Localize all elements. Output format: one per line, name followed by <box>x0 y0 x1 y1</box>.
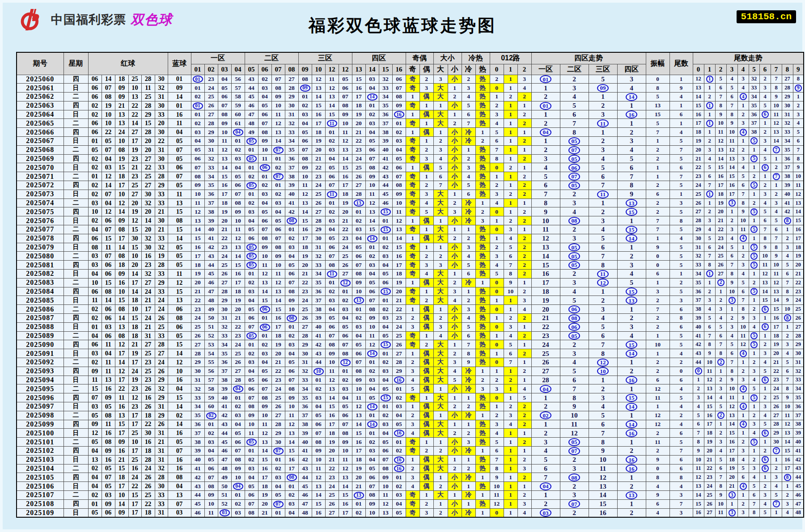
road-cell: 12 <box>490 499 504 508</box>
zone-miss-cell: 15 <box>392 243 406 252</box>
red-ball-cell: 22 <box>128 110 141 119</box>
zone-miss-cell: 07 <box>325 252 339 261</box>
tail-trend-cell: 16 <box>782 455 793 464</box>
red-ball-cell: 05 <box>102 482 115 491</box>
red-ball-cell: 16 <box>115 446 128 455</box>
zone-miss-cell: 12 <box>365 340 379 349</box>
zone-miss-cell: 11 <box>231 225 245 234</box>
red-ball-cell: 02 <box>88 181 102 190</box>
week-cell: 四 <box>64 314 88 323</box>
site-badge[interactable]: 518158.cn <box>737 10 796 23</box>
zone-miss-cell: 08 <box>258 128 271 137</box>
cold-hot-cell: 热 <box>475 181 490 190</box>
zone-miss-cell: 47 <box>204 287 218 296</box>
zone-miss-cell: 23 <box>298 287 312 296</box>
red-ball-cell: 08 <box>115 252 128 261</box>
zone-miss-cell: 03 <box>365 261 379 270</box>
road-cell: 1 <box>517 278 531 287</box>
draw-row-2025088: 2025088日01031318212506255132220706170127… <box>17 322 804 331</box>
hit-circle: 2 <box>717 412 724 419</box>
zone-miss-cell: 08 <box>245 402 258 411</box>
odd-even-cell: 奇 <box>406 252 419 261</box>
tail-trend-cell: 4 <box>737 93 749 101</box>
red-ball-cell: 32 <box>155 84 168 93</box>
col-header-ball-10: 10 <box>312 64 325 75</box>
tail-trend-cell: 5 <box>749 154 759 163</box>
zone-trend-cell: 12 <box>589 278 617 287</box>
hit-circle: 5 <box>750 253 758 260</box>
zone-miss-cell: 42 <box>191 473 204 482</box>
red-ball-cell: 20 <box>141 145 155 154</box>
hit-circle: 13 <box>626 296 637 304</box>
red-ball-cell: 15 <box>115 163 128 172</box>
tail-trend-cell: 44 <box>693 358 704 367</box>
cold-hot-cell: 热 <box>475 322 490 331</box>
zone-miss-cell: 35 <box>379 101 392 110</box>
zone-miss-cell: 27 <box>312 207 325 216</box>
page-title: 福彩双色球蓝球走势图 <box>3 14 802 37</box>
zone-miss-cell: 23 <box>231 331 245 340</box>
week-cell: 日 <box>64 243 88 252</box>
amplitude-cell: 2 <box>646 154 669 163</box>
big-small-cell: 5 <box>433 163 448 172</box>
zone-miss-cell: 08 <box>365 490 379 499</box>
tail-trend-cell: 27 <box>693 207 704 216</box>
zone-miss-cell: 05 <box>245 482 258 491</box>
tail-trend-cell: 1 <box>704 75 715 84</box>
tail-trend-cell: 11 <box>704 367 715 376</box>
tail-trend-cell: 19 <box>693 137 704 146</box>
blue-ball-cell: 05 <box>168 438 191 447</box>
zone-miss-cell: 03 <box>392 402 406 411</box>
red-ball-cell: 18 <box>141 446 155 455</box>
period-cell: 2025108 <box>17 499 64 508</box>
zone-miss-cell: 04 <box>392 499 406 508</box>
hit-circle: 1 <box>706 270 713 277</box>
draw-row-2025100: 2025100日12161725303116370244051112291339… <box>17 429 804 438</box>
tail-trend-cell: 5 <box>737 278 749 287</box>
road-cell: 2 <box>517 402 531 411</box>
tail-trend-cell: 6 <box>759 305 771 314</box>
zone-miss-cell: 03 <box>204 438 218 447</box>
hit-circle: 08 <box>287 474 297 481</box>
blue-ball-cell: 03 <box>168 508 191 517</box>
period-cell: 2025092 <box>17 358 64 367</box>
col-group-tail-trend: 尾数走势 <box>693 52 804 64</box>
cold-hot-cell: 冷 <box>462 198 475 207</box>
red-ball-cell: 33 <box>155 163 168 172</box>
road-cell: 2 <box>490 181 504 190</box>
hit-circle: 12 <box>340 359 351 366</box>
tail-trend-cell: 6 <box>726 252 737 261</box>
big-small-cell: 大 <box>433 393 448 402</box>
road-cell: 0 <box>490 358 504 367</box>
tail-trend-cell: 48 <box>793 508 804 517</box>
amplitude-cell: 6 <box>646 270 669 279</box>
road-cell: 0 <box>490 84 504 93</box>
zone-trend-cell: 3 <box>560 464 589 473</box>
zone-miss-cell: 02 <box>245 349 258 358</box>
red-ball-cell: 14 <box>102 181 115 190</box>
cold-hot-cell: 7 <box>462 340 475 349</box>
red-ball-cell: 28 <box>141 128 155 137</box>
hit-circle: 4 <box>740 385 747 393</box>
road-cell: 2 <box>517 367 531 376</box>
red-ball-cell: 14 <box>115 314 128 323</box>
red-ball-cell: 05 <box>102 137 115 146</box>
zone-miss-cell: 56 <box>231 75 245 84</box>
amplitude-cell: 2 <box>646 314 669 323</box>
zone-miss-cell: 06 <box>339 411 352 420</box>
hit-circle: 06 <box>568 164 580 172</box>
tail-trend-cell: 7 <box>704 181 715 190</box>
amplitude-cell: 4 <box>646 508 669 517</box>
zone-trend-cell: 8 <box>589 349 617 358</box>
road-cell: 1 <box>517 322 531 331</box>
big-small-cell: 3 <box>433 145 448 154</box>
red-ball-cell: 32 <box>155 243 168 252</box>
road-cell: 2 <box>517 207 531 216</box>
zone-miss-cell: 14 <box>352 420 365 429</box>
red-ball-cell: 14 <box>115 358 128 367</box>
col-header-ball-02: 02 <box>204 64 218 75</box>
zone-miss-cell: 03 <box>352 225 365 234</box>
hit-circle: 06 <box>260 324 270 331</box>
zone-trend-cell: 14 <box>617 420 646 429</box>
blue-ball-cell: 04 <box>168 128 191 137</box>
